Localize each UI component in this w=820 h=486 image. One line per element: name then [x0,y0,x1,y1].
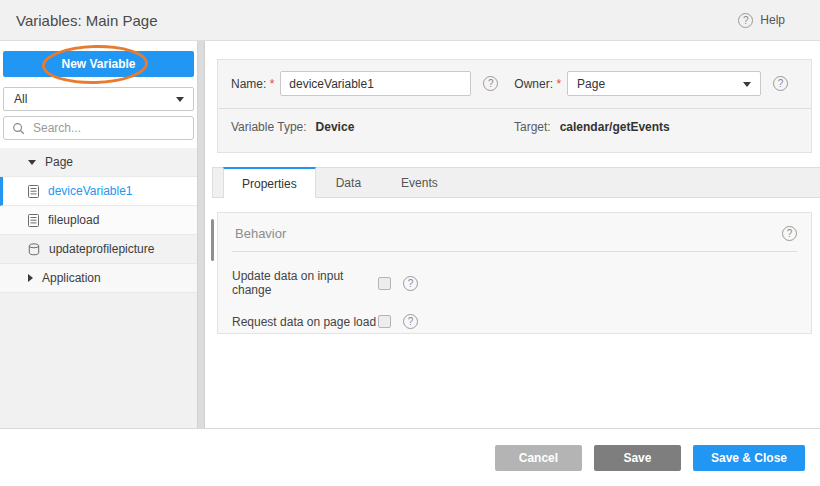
search-box[interactable] [3,116,194,140]
tree-item-label: Application [42,271,101,285]
owner-label: Owner: [514,77,561,91]
tab-properties[interactable]: Properties [223,167,316,198]
cancel-button[interactable]: Cancel [495,445,582,471]
tab-label: Events [401,176,438,190]
variable-filter-value: All [14,92,27,106]
detail-tabs: Properties Data Events [212,167,820,198]
variable-type-value: Device [316,120,355,134]
variables-sidebar: New Variable All Page devic [0,41,197,428]
sidebar-item-application[interactable]: Application [0,264,197,293]
variable-filter-select[interactable]: All [3,87,194,111]
target-value: calendar/getEvents [560,120,670,134]
scrollbar-thumb[interactable] [211,219,214,261]
content-row: New Variable All Page devic [0,41,820,429]
search-icon [12,122,25,135]
help-icon [738,13,753,28]
behavior-section-title: Behavior [235,226,286,241]
variable-type-label: Variable Type: [231,120,307,134]
behavior-divider [232,251,797,252]
tree-item-label: fileupload [48,213,99,227]
chevron-down-icon [743,82,751,87]
new-variable-button[interactable]: New Variable [3,51,194,77]
device-variable-icon [28,214,39,227]
option-row-request-data: Request data on page load [218,314,811,329]
owner-select[interactable]: Page [567,71,761,96]
caret-right-icon [28,274,33,282]
checkbox-update-data-on-input-change[interactable] [378,277,391,290]
target-label: Target: [514,120,551,134]
type-target-row: Variable Type: Device Target: calendar/g… [218,109,811,134]
tree-item-label: Page [45,155,73,169]
update-data-help-icon[interactable] [403,276,418,291]
request-data-help-icon[interactable] [403,314,418,329]
page-title: Variables: Main Page [16,12,157,29]
device-variable-icon [28,185,39,198]
variable-summary-card: Name: Owner: Page Variable Type: Device [217,59,812,153]
tree-item-label: deviceVariable1 [48,184,133,198]
dialog-header: Variables: Main Page Help [0,0,820,41]
owner-help-icon[interactable] [773,76,788,91]
caret-down-icon [28,160,36,165]
sidebar-item-updateprofilepicture[interactable]: updateprofilepicture [0,235,197,264]
pane-divider [197,41,205,428]
sidebar-item-devicevariable1[interactable]: deviceVariable1 [0,177,197,206]
sidebar-filler [0,293,197,428]
database-icon [28,243,40,256]
tab-label: Properties [242,177,297,191]
sidebar-item-fileupload[interactable]: fileupload [0,206,197,235]
name-input[interactable] [280,71,471,96]
behavior-help-icon[interactable] [782,226,797,241]
sidebar-item-page[interactable]: Page [0,148,197,177]
tree-item-label: updateprofilepicture [49,242,154,256]
variables-dialog: Variables: Main Page Help New Variable A… [0,0,820,486]
search-input[interactable] [31,120,185,136]
option-row-update-data: Update data on input change [218,269,811,297]
variable-detail-panel: Name: Owner: Page Variable Type: Device [205,41,820,428]
chevron-down-icon [176,97,184,102]
name-owner-row: Name: Owner: Page [218,60,811,96]
name-help-icon[interactable] [483,76,498,91]
request-data-label: Request data on page load [232,315,378,329]
variables-tree: Page deviceVariable1 fileupload [0,148,197,428]
save-close-button[interactable]: Save & Close [693,445,805,471]
update-data-label: Update data on input change [232,269,378,297]
save-button[interactable]: Save [594,445,681,471]
help-link[interactable]: Help [738,13,785,28]
owner-select-value: Page [577,77,605,91]
behavior-header: Behavior [218,213,811,241]
tab-label: Data [336,176,361,190]
dialog-footer: Cancel Save Save & Close [0,429,820,486]
checkbox-request-data-on-page-load[interactable] [378,315,391,328]
name-label: Name: [231,77,274,91]
behavior-section: Behavior Update data on input change Req… [217,212,812,334]
tab-events[interactable]: Events [381,168,458,197]
tab-data[interactable]: Data [316,168,381,197]
help-label: Help [760,13,785,27]
